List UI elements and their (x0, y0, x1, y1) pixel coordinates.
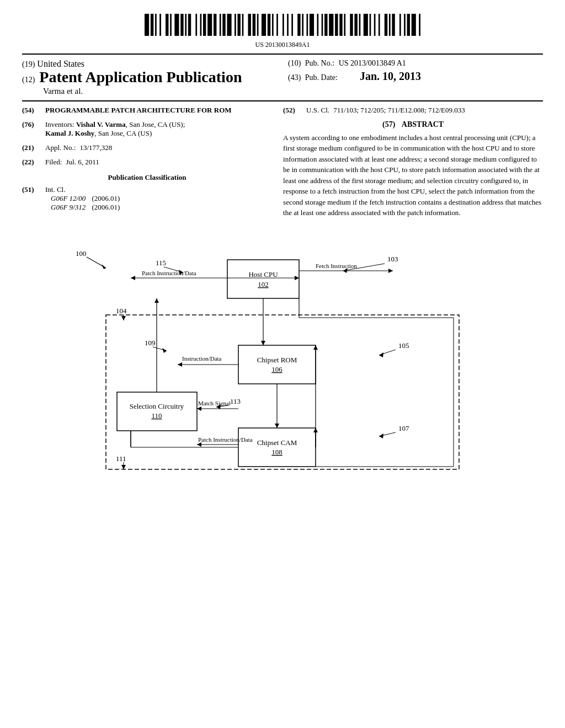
svg-rect-40 (339, 14, 342, 36)
ref-103-label: 103 (387, 255, 398, 263)
svg-rect-18 (234, 14, 236, 36)
patent-number-top: US 20130013849A1 (22, 41, 543, 49)
svg-rect-51 (392, 14, 395, 36)
header-divider (22, 100, 543, 101)
svg-rect-20 (242, 14, 244, 36)
country-line: (19) United States (22, 59, 277, 69)
svg-rect-43 (354, 14, 357, 36)
svg-rect-5 (170, 14, 172, 36)
type-line: (12) Patent Application Publication (22, 69, 277, 86)
patch-instr-label-top: Patch Instruction/Data (142, 270, 196, 276)
instr-data-label: Instruction/Data (182, 355, 222, 362)
field-76: (76) Inventors: Vishal V. Varma, San Jos… (22, 120, 272, 138)
field-22: (22) Filed: Jul. 6, 2011 (22, 158, 272, 167)
int-cl-2: G06F 9/312 (2006.01) (51, 203, 120, 212)
int-cl-1: G06F 12/00 (2006.01) (51, 194, 120, 203)
svg-rect-56 (419, 14, 420, 36)
svg-rect-52 (399, 14, 401, 36)
fig-num-arrowhead (102, 264, 106, 269)
svg-rect-21 (248, 14, 251, 36)
fetch-arrowhead (388, 269, 393, 273)
main-content: (54) PROGRAMMABLE PATCH ARCHITECTURE FOR… (22, 106, 543, 218)
svg-rect-16 (222, 14, 225, 36)
svg-rect-33 (306, 14, 308, 36)
svg-rect-35 (317, 14, 319, 36)
patch-arrow-left-head (131, 276, 135, 280)
svg-rect-14 (214, 14, 216, 36)
svg-rect-38 (329, 14, 333, 36)
match-signal-label: Match Signal (198, 400, 231, 406)
svg-rect-29 (287, 14, 289, 36)
svg-rect-9 (188, 14, 191, 36)
svg-rect-53 (404, 14, 406, 36)
svg-rect-23 (257, 14, 259, 36)
chipset-cam-num: 108 (271, 448, 282, 456)
svg-rect-17 (227, 14, 231, 36)
svg-rect-0 (145, 14, 149, 36)
svg-rect-8 (185, 14, 186, 36)
svg-rect-19 (237, 14, 240, 36)
svg-rect-49 (385, 14, 387, 36)
ref-109-label: 109 (145, 339, 156, 347)
selection-up-arrowhead (154, 298, 159, 303)
svg-rect-28 (282, 14, 284, 36)
field-51: (51) Int. Cl. G06F 12/00 (2006.01) G06F … (22, 185, 272, 212)
chipset-rom-box (238, 345, 316, 384)
chipset-cam-box (238, 428, 316, 467)
chipset-cam-label: Chipset CAM (257, 438, 297, 447)
ref-113-label: 113 (230, 397, 241, 405)
svg-rect-26 (272, 14, 274, 36)
svg-rect-2 (155, 14, 157, 36)
field-54: (54) PROGRAMMABLE PATCH ARCHITECTURE FOR… (22, 106, 272, 115)
inventors-line: Varma et al. (22, 86, 277, 96)
field-57: (57) ABSTRACT A system according to one … (283, 120, 543, 218)
svg-rect-41 (344, 14, 345, 36)
int-cl-grid-2: G06F 9/312 (2006.01) (51, 203, 272, 212)
header-section: (19) United States (12) Patent Applicati… (22, 59, 543, 96)
svg-rect-30 (291, 14, 293, 36)
fetch-label: Fetch Instruction (316, 263, 357, 269)
pub-classification: Publication Classification (22, 173, 272, 182)
field-21: (21) Appl. No.: 13/177,328 (22, 143, 272, 152)
ref-105-label: 105 (398, 341, 409, 350)
ref-111-label: 111 (116, 454, 126, 463)
svg-rect-31 (297, 14, 300, 36)
patent-type: Patent Application Publication (39, 69, 242, 86)
country-name: United States (37, 59, 84, 68)
chipset-rom-label: Chipset ROM (257, 356, 297, 364)
svg-rect-39 (335, 14, 338, 36)
svg-rect-48 (379, 14, 380, 36)
country-num: (19) (22, 60, 35, 68)
field-52: (52) U.S. Cl. 711/103; 712/205; 711/E12.… (283, 106, 543, 115)
svg-rect-11 (200, 14, 202, 36)
top-divider (22, 53, 543, 55)
pub-date-value: Jan. 10, 2013 (360, 70, 421, 83)
svg-rect-34 (310, 14, 314, 36)
svg-rect-32 (302, 14, 303, 36)
svg-rect-47 (374, 14, 376, 36)
int-cl-grid: G06F 12/00 (2006.01) (51, 194, 272, 203)
pub-number-line: (10) Pub. No.: US 2013/0013849 A1 (288, 59, 543, 68)
svg-rect-42 (350, 14, 353, 36)
ref-104-label: 104 (116, 307, 127, 315)
barcode (22, 11, 543, 39)
host-cpu-label: Host CPU (248, 270, 278, 279)
svg-rect-22 (253, 14, 255, 36)
barcode-area (22, 11, 543, 39)
svg-rect-45 (364, 14, 368, 36)
svg-rect-1 (151, 14, 153, 36)
left-column: (54) PROGRAMMABLE PATCH ARCHITECTURE FOR… (22, 106, 272, 218)
svg-rect-7 (180, 14, 183, 36)
selection-label: Selection Circuitry (130, 402, 184, 410)
svg-rect-10 (195, 14, 197, 36)
svg-rect-12 (203, 14, 206, 36)
svg-rect-36 (322, 14, 323, 36)
svg-rect-27 (276, 14, 278, 36)
fig-num-label: 100 (76, 249, 87, 258)
ref-115-label: 115 (156, 259, 166, 267)
header-right: (10) Pub. No.: US 2013/0013849 A1 (43) P… (277, 59, 543, 83)
host-cpu-num: 102 (258, 280, 269, 288)
svg-rect-55 (412, 14, 416, 36)
diagram-section: .diag-text { font-family: 'Times New Rom… (22, 229, 543, 483)
right-column: (52) U.S. Cl. 711/103; 712/205; 711/E12.… (283, 106, 543, 218)
